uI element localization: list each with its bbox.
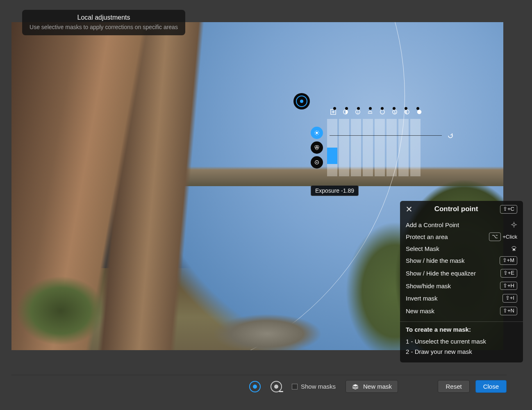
equalizer-dot[interactable]	[369, 107, 372, 110]
show-masks-label: Show masks	[301, 383, 336, 390]
bottom-toolbar: Show masks New mask Reset Close	[11, 375, 507, 398]
readout-label: Exposure	[315, 187, 339, 194]
equalizer-dot[interactable]	[405, 107, 407, 110]
panel-row: Show / Hide the equalizer⇧+E	[406, 267, 517, 280]
reset-button[interactable]: Reset	[438, 380, 469, 393]
mask-mode-subtract-icon[interactable]	[271, 381, 282, 392]
panel-instruction-step: 1 - Unselect the current mask	[406, 336, 517, 346]
panel-row-label: Protect an area	[406, 233, 448, 240]
panel-separator	[400, 321, 523, 322]
svg-point-3	[357, 111, 358, 112]
panel-row: Protect an area⌥+Click	[406, 230, 517, 243]
equalizer-tab-color[interactable]	[311, 141, 323, 154]
svg-point-4	[357, 112, 358, 112]
svg-point-23	[316, 162, 318, 163]
equalizer-readout: Exposure -1.89	[311, 185, 359, 196]
close-label: Close	[483, 383, 499, 390]
tooltip-subtitle: Use selective masks to apply corrections…	[29, 24, 179, 30]
target-icon	[511, 221, 517, 228]
equalizer-dot[interactable]	[345, 107, 348, 110]
panel-row: Show/hide mask⇧+H	[406, 280, 517, 292]
panel-row: Add a Control Point	[406, 219, 517, 230]
equalizer-tab-light[interactable]	[311, 127, 323, 139]
cursor-lasso-icon	[511, 245, 517, 252]
panel-row-label: New mask	[406, 308, 434, 314]
svg-point-24	[513, 223, 515, 226]
panel-row-shortcut: ⌥+Click	[489, 232, 517, 241]
equalizer-dot[interactable]	[393, 107, 396, 110]
panel-row: Select Mask	[406, 243, 517, 254]
equalizer-dot[interactable]	[357, 107, 360, 110]
equalizer-bar[interactable]	[386, 119, 397, 176]
panel-row: New mask⇧+N	[406, 305, 517, 317]
equalizer-bar[interactable]	[339, 119, 349, 176]
panel-row-label: Show/hide mask	[406, 282, 451, 289]
equalizer-bar[interactable]	[375, 119, 385, 176]
svg-point-9	[417, 110, 422, 114]
equalizer-bar[interactable]	[363, 119, 373, 176]
equalizer-dot[interactable]	[381, 107, 384, 110]
tooltip-title: Local adjustments	[29, 14, 179, 21]
equalizer-bar[interactable]	[398, 119, 409, 176]
svg-line-18	[318, 131, 318, 132]
control-point-pin[interactable]	[294, 93, 309, 109]
svg-point-10	[316, 132, 318, 134]
control-point-panel: Control point ⇧+C Add a Control PointPro…	[400, 201, 523, 362]
panel-row-label: Show / hide the mask	[406, 257, 464, 264]
panel-row-label: Add a Control Point	[406, 221, 459, 228]
close-icon[interactable]	[406, 206, 412, 212]
panel-row: Show / hide the mask⇧+M	[406, 254, 517, 267]
panel-row-shortcut: ⇧+N	[500, 307, 517, 315]
svg-line-15	[315, 131, 316, 132]
panel-title: Control point	[412, 205, 500, 213]
new-mask-label: New mask	[363, 383, 392, 390]
panel-row: Invert mask⇧+I	[406, 292, 517, 305]
panel-row-shortcut: ⇧+E	[500, 269, 517, 278]
svg-rect-29	[279, 391, 283, 392]
equalizer-tab-detail[interactable]	[311, 156, 323, 169]
panel-instruction-step: 2 - Draw your new mask	[406, 346, 517, 357]
svg-point-6	[380, 110, 385, 114]
equalizer: Exposure -1.89	[311, 108, 442, 176]
readout-value: -1.89	[341, 187, 354, 194]
svg-line-16	[318, 134, 318, 134]
show-masks-checkbox[interactable]: Show masks	[292, 383, 336, 390]
equalizer-bars[interactable]	[327, 119, 421, 176]
equalizer-reset-icon[interactable]	[447, 132, 454, 141]
svg-point-5	[357, 113, 358, 114]
local-adjustments-tooltip: Local adjustments Use selective masks to…	[22, 10, 185, 35]
panel-row-label: Select Mask	[406, 245, 439, 252]
layers-icon	[352, 384, 359, 390]
close-button[interactable]: Close	[475, 380, 507, 393]
panel-row-label: Show / Hide the equalizer	[406, 270, 476, 277]
panel-row-shortcut: ⇧+M	[500, 256, 517, 265]
equalizer-dot[interactable]	[416, 107, 419, 110]
mask-mode-add-icon[interactable]	[249, 381, 261, 392]
equalizer-bar[interactable]	[351, 119, 361, 176]
new-mask-button[interactable]: New mask	[346, 380, 398, 393]
equalizer-dot[interactable]	[333, 107, 336, 110]
svg-line-17	[315, 134, 316, 134]
panel-row-shortcut: ⇧+I	[502, 294, 517, 303]
panel-title-shortcut: ⇧+C	[500, 205, 517, 214]
panel-row-label: Invert mask	[406, 295, 438, 302]
panel-instruction-title: To create a new mask:	[406, 326, 517, 333]
panel-row-shortcut: ⇧+H	[500, 282, 517, 290]
equalizer-bar[interactable]	[327, 119, 337, 176]
equalizer-bar[interactable]	[410, 119, 421, 176]
reset-label: Reset	[446, 383, 462, 390]
